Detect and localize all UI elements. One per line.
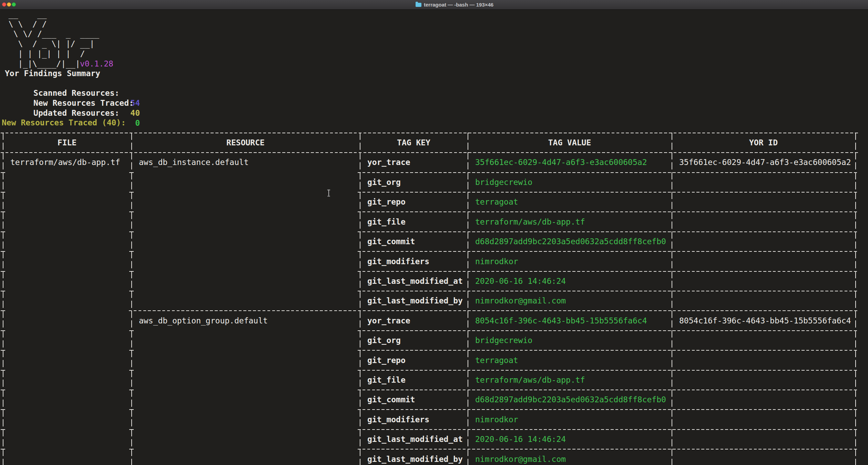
cell-yor-id: 8054c16f-396c-4643-bb45-15b5556fa6c4: [679, 316, 851, 326]
table-top-border: [1, 133, 858, 133]
cell-tag-key: git_repo: [367, 197, 406, 207]
column-header-yor-id: YOR ID: [672, 138, 855, 148]
row-separator: [358, 231, 857, 232]
cell-tag-key: git_file: [367, 217, 406, 227]
window-titlebar[interactable]: terragoat — -bash — 193×46: [0, 0, 868, 10]
table-row: git_last_modified_at 2020-06-16 14:46:24: [0, 276, 868, 286]
close-button[interactable]: [2, 2, 6, 7]
table-header-row: FILE RESOURCE TAG KEY TAG VALUE YOR ID: [0, 138, 868, 148]
cell-tag-value: 8054c16f-396c-4643-bb45-15b5556fa6c4: [475, 316, 647, 326]
row-separator: [358, 429, 857, 430]
row-separator: [358, 409, 857, 410]
cell-tag-key: git_org: [367, 177, 401, 187]
table-row: aws_db_option_group.default yor_trace 80…: [0, 316, 868, 326]
cell-tag-key: git_commit: [367, 237, 415, 247]
row-separator: [358, 350, 857, 351]
cell-tag-value: terraform/aws/db-app.tf: [475, 217, 585, 227]
cell-tag-value: 35f661ec-6029-4d47-a6f3-e3ac600605a2: [475, 157, 647, 167]
column-header-resource: RESOURCE: [131, 138, 360, 148]
findings-summary-title: Yor Findings Summary: [5, 69, 100, 79]
resource-separator: [129, 310, 857, 311]
table-row: git_last_modified_by nimrodkor@gmail.com: [0, 454, 868, 464]
cell-tag-value: bridgecrewio: [475, 177, 532, 187]
table-row: git_file terraform/aws/db-app.tf: [0, 375, 868, 385]
cell-tag-value: nimrodkor: [475, 415, 518, 425]
row-separator: [358, 172, 857, 173]
table-row: git_modifiers nimrodkor: [0, 415, 868, 425]
cell-tag-value: nimrodkor@gmail.com: [475, 454, 566, 464]
table-row: git_commit d68d2897add9bc2203a5ed0632a5c…: [0, 395, 868, 405]
table-row: terraform/aws/db-app.tf aws_db_instance.…: [0, 157, 868, 167]
row-separator: [358, 449, 857, 450]
column-header-file: FILE: [3, 138, 131, 148]
cell-tag-key: yor_trace: [367, 157, 410, 167]
cell-tag-value: nimrodkor: [475, 257, 518, 267]
i-beam-cursor-icon: [327, 189, 331, 197]
summary-row: Scanned Resources: 54: [5, 79, 119, 89]
cell-file: terraform/aws/db-app.tf: [10, 157, 120, 167]
table-row: git_repo terragoat: [0, 197, 868, 207]
table-row: git_last_modified_at 2020-06-16 14:46:24: [0, 434, 868, 444]
minimize-button[interactable]: [7, 2, 11, 7]
cell-tag-key: git_repo: [367, 355, 406, 365]
yor-version-label: v0.1.28: [80, 59, 113, 69]
cell-tag-value: d68d2897add9bc2203a5ed0632a5cdd8ff8cefb0: [475, 395, 666, 405]
zoom-button[interactable]: [12, 2, 16, 7]
row-separator: [358, 370, 857, 371]
cell-tag-value: terragoat: [475, 355, 518, 365]
column-header-tag-key: TAG KEY: [360, 138, 468, 148]
cell-tag-value: 2020-06-16 14:46:24: [475, 434, 566, 444]
cell-tag-key: git_commit: [367, 395, 415, 405]
cell-tag-value: bridgecrewio: [475, 335, 532, 345]
cell-yor-id: 35f661ec-6029-4d47-a6f3-e3ac600605a2: [679, 157, 851, 167]
cell-tag-key: git_last_modified_at: [367, 434, 463, 444]
table-row: git_org bridgecrewio: [0, 177, 868, 187]
row-separator: [358, 390, 857, 390]
cell-tag-key: git_modifiers: [367, 415, 429, 425]
cell-tag-key: git_last_modified_by: [367, 454, 463, 464]
cell-resource: aws_db_instance.default: [139, 157, 249, 167]
table-row: git_file terraform/aws/db-app.tf: [0, 217, 868, 227]
row-separator: [358, 211, 857, 212]
summary-label: Updated Resources:: [33, 108, 119, 117]
table-row: git_last_modified_by nimrodkor@gmail.com: [0, 296, 868, 306]
section-heading: New Resources Traced (40):: [2, 118, 126, 128]
terminal-window: terragoat — -bash — 193×46 __ __ \ \ / /…: [0, 0, 868, 465]
cell-tag-key: git_last_modified_at: [367, 276, 463, 286]
row-separator: [358, 251, 857, 252]
folder-icon: [416, 3, 421, 7]
cell-tag-value: terraform/aws/db-app.tf: [475, 375, 585, 385]
row-separator: [358, 330, 857, 331]
row-separator: [358, 271, 857, 272]
cell-tag-key: git_file: [367, 375, 406, 385]
cell-tag-value: nimrodkor@gmail.com: [475, 296, 566, 306]
table-row: git_org bridgecrewio: [0, 335, 868, 345]
table-row: git_repo terragoat: [0, 355, 868, 365]
row-separator: [358, 291, 857, 291]
summary-row: New Resources Traced: 40: [5, 88, 134, 98]
window-title: terragoat — -bash — 193×46: [424, 0, 493, 9]
cell-tag-value: d68d2897add9bc2203a5ed0632a5cdd8ff8cefb0: [475, 237, 666, 247]
cell-tag-key: yor_trace: [367, 316, 410, 326]
row-separator: [358, 192, 857, 193]
table-row: git_commit d68d2897add9bc2203a5ed0632a5c…: [0, 237, 868, 247]
cell-tag-value: terragoat: [475, 197, 518, 207]
cell-tag-value: 2020-06-16 14:46:24: [475, 276, 566, 286]
column-header-tag-value: TAG VALUE: [468, 138, 672, 148]
table-header-separator: [1, 152, 858, 153]
cell-tag-key: git_modifiers: [367, 257, 429, 267]
cell-resource: aws_db_option_group.default: [139, 316, 268, 326]
cell-tag-key: git_org: [367, 335, 401, 345]
summary-row: Updated Resources: 0: [5, 98, 119, 108]
cell-tag-key: git_last_modified_by: [367, 296, 463, 306]
table-row: git_modifiers nimrodkor: [0, 257, 868, 267]
